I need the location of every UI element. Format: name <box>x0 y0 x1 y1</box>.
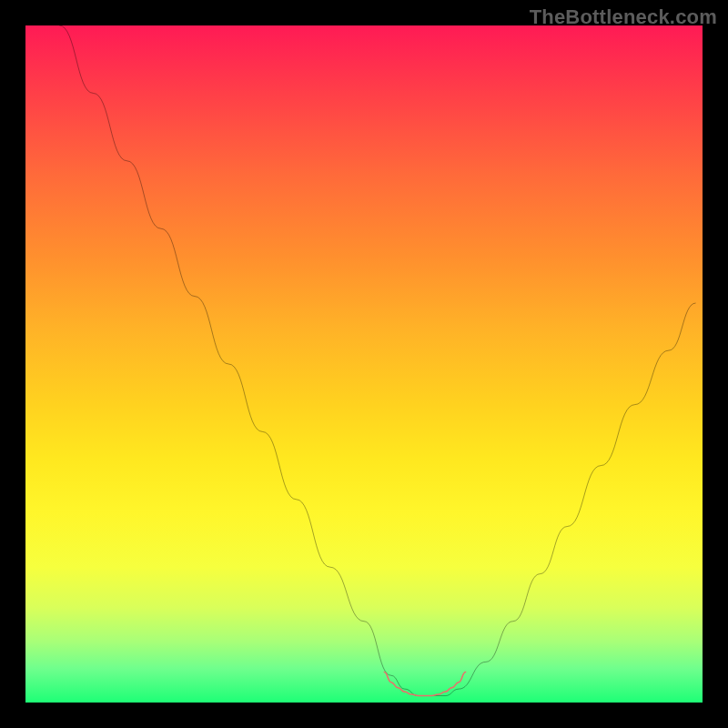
chart-svg <box>25 25 703 703</box>
trough-highlight <box>384 672 465 696</box>
chart-frame: TheBottleneck.com <box>0 0 728 728</box>
bottleneck-curve <box>59 25 695 696</box>
chart-plot-area <box>25 25 703 703</box>
